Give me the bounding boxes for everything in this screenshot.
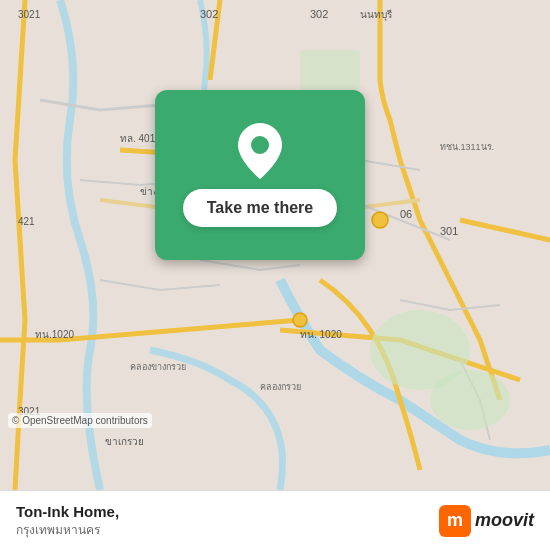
destination-card: Take me there: [155, 90, 365, 260]
svg-text:302: 302: [200, 8, 218, 20]
place-info: Ton-Ink Home, กรุงเทพมหานคร: [16, 503, 119, 539]
svg-point-20: [372, 212, 388, 228]
svg-text:302: 302: [310, 8, 328, 20]
bottom-bar: Ton-Ink Home, กรุงเทพมหานคร m moovit: [0, 490, 550, 550]
svg-text:ทชน.1311นร.: ทชน.1311นร.: [440, 142, 494, 152]
moovit-icon: m: [439, 505, 471, 537]
svg-text:นนทบุรี: นนทบุรี: [360, 9, 393, 21]
svg-text:06: 06: [400, 208, 412, 220]
location-pin-icon: [238, 123, 282, 179]
place-name: Ton-Ink Home,: [16, 503, 119, 520]
moovit-logo: m moovit: [439, 505, 534, 537]
svg-text:คลองกรวย: คลองกรวย: [260, 382, 301, 392]
svg-point-22: [251, 136, 269, 154]
svg-point-21: [293, 313, 307, 327]
place-location: กรุงเทพมหานคร: [16, 520, 119, 539]
moovit-brand-text: moovit: [475, 510, 534, 531]
svg-point-2: [430, 370, 510, 430]
svg-rect-3: [300, 50, 360, 90]
take-me-there-button[interactable]: Take me there: [183, 189, 337, 227]
svg-text:ทน.1020: ทน.1020: [35, 329, 74, 340]
svg-text:421: 421: [18, 216, 35, 227]
svg-text:ขาเกรวย: ขาเกรวย: [105, 436, 144, 447]
svg-text:301: 301: [440, 225, 458, 237]
copyright-notice: © OpenStreetMap contributors: [8, 413, 152, 428]
svg-text:ทน. 1020: ทน. 1020: [300, 329, 342, 340]
map-view: 302 302 3021 ทล. 4018 06 301 421 ทน.1020…: [0, 0, 550, 490]
svg-text:3021: 3021: [18, 9, 41, 20]
svg-text:คลองขางกรวย: คลองขางกรวย: [130, 362, 186, 372]
